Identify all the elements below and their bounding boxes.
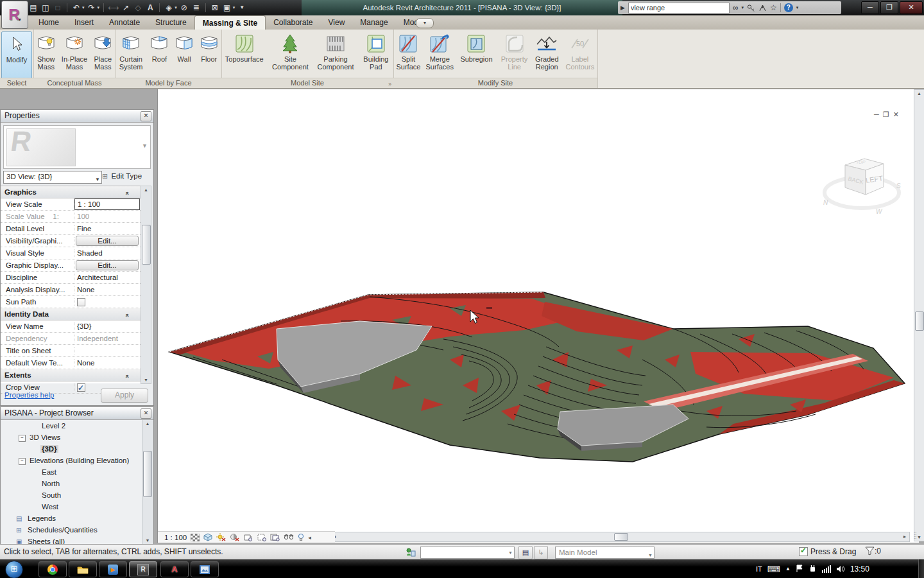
vertical-scrollbar[interactable]: ▲ ▼	[914, 89, 924, 541]
tree-item-level2[interactable]: Level 2	[1, 420, 142, 432]
view-scale-label[interactable]: 1 : 100	[164, 534, 187, 541]
minimize-button[interactable]: ─	[861, 1, 879, 14]
mdi-restore-button[interactable]: ❐	[883, 110, 889, 119]
open-icon[interactable]: ▤	[28, 1, 38, 15]
tree-item-legends[interactable]: ▤Legends	[1, 512, 142, 524]
start-button[interactable]: ⊞	[5, 561, 23, 578]
tray-expand-icon[interactable]: ▲	[785, 566, 791, 572]
property-row[interactable]: Detail LevelFine	[1, 223, 141, 235]
tree-item-schedules[interactable]: ⊞Schedules/Quantities	[1, 524, 142, 536]
tree-item-west[interactable]: West	[1, 501, 142, 512]
reveal-hidden-collapse-icon[interactable]: ◂	[308, 534, 311, 541]
toposurface-button[interactable]: Toposurface	[221, 31, 268, 78]
modify-button[interactable]: Modify	[1, 31, 32, 79]
subregion-button[interactable]: Subregion	[456, 31, 497, 78]
close-button[interactable]: ✕	[900, 1, 923, 14]
help-dropdown-icon[interactable]: ▾	[796, 5, 799, 10]
panel-expander-icon[interactable]: »	[388, 81, 391, 87]
graded-region-button[interactable]: Graded Region	[532, 31, 562, 78]
type-selector-dropdown-icon[interactable]: ▼	[142, 143, 148, 149]
horizontal-scrollbar[interactable]: ◄ ►	[329, 532, 910, 542]
taskbar-autocad-button[interactable]: A	[160, 561, 189, 577]
ribbon-state-toggle[interactable]: ▾	[416, 18, 434, 28]
keyboard-icon[interactable]: ⌨	[767, 564, 780, 574]
browser-scrollbar[interactable]: ▲ ▼	[142, 420, 153, 544]
visibility-edit-button[interactable]: Edit...	[76, 236, 139, 246]
vertical-scroll-thumb[interactable]	[915, 311, 924, 331]
tree-item-3d-views[interactable]: −3D Views	[1, 432, 142, 443]
communication-center-icon[interactable]	[758, 4, 767, 12]
floor-button[interactable]: Floor	[196, 31, 221, 78]
default-3d-view-icon[interactable]: ◈	[164, 1, 174, 15]
taskbar-revit-button[interactable]: R	[129, 561, 157, 577]
collapse-icon[interactable]: −	[19, 458, 26, 465]
tree-item-sheets[interactable]: ▣Sheets (all)	[1, 536, 142, 545]
property-row[interactable]: Visual StyleShaded	[1, 247, 141, 259]
horizontal-scroll-thumb[interactable]	[614, 533, 628, 541]
visual-style-icon[interactable]	[203, 533, 212, 541]
wall-button[interactable]: Wall	[173, 31, 196, 78]
in-place-mass-button[interactable]: In-Place Mass	[60, 31, 90, 78]
property-row[interactable]: Sun Path	[1, 296, 141, 308]
split-surface-button[interactable]: Split Surface	[393, 31, 424, 78]
action-center-flag-icon[interactable]	[796, 565, 803, 573]
help-icon[interactable]: ?	[784, 3, 793, 12]
property-row[interactable]: Default View Te...None	[1, 357, 141, 369]
taskbar-chrome-button[interactable]	[38, 561, 67, 577]
place-mass-button[interactable]: Place Mass	[90, 31, 116, 78]
tab-home[interactable]: Home	[31, 15, 67, 30]
property-row[interactable]: DisciplineArchitectural	[1, 272, 141, 284]
search-input[interactable]	[628, 3, 730, 13]
tree-item-south[interactable]: South	[1, 489, 142, 501]
thin-lines-icon[interactable]: ≣	[191, 1, 201, 15]
worksets-combo[interactable]: ▼	[420, 547, 515, 559]
tab-massing-site[interactable]: Massing & Site	[194, 15, 266, 30]
show-desktop-button[interactable]	[918, 559, 924, 578]
section-identity-data[interactable]: Identity Data«	[1, 308, 141, 320]
taskbar-mediaplayer-button[interactable]: ▶	[99, 561, 127, 577]
text-icon[interactable]: A	[145, 1, 155, 15]
network-signal-icon[interactable]	[822, 565, 831, 573]
graphic-display-edit-button[interactable]: Edit...	[76, 260, 139, 270]
tab-annotate[interactable]: Annotate	[101, 15, 148, 30]
collapse-icon[interactable]: −	[19, 435, 26, 442]
volume-icon[interactable]	[836, 565, 845, 573]
view-scale-input[interactable]: 1 : 100	[74, 198, 140, 210]
filter-icon[interactable]	[865, 547, 875, 556]
tab-collaborate[interactable]: Collaborate	[266, 15, 320, 30]
show-crop-region-icon[interactable]	[257, 533, 266, 541]
section-graphics[interactable]: Graphics«	[1, 186, 141, 198]
taskbar-viewer-button[interactable]	[191, 561, 219, 577]
roof-button[interactable]: Roof	[147, 31, 172, 78]
restore-button[interactable]: ❐	[880, 1, 898, 14]
property-row[interactable]: Title on Sheet	[1, 345, 141, 357]
favorites-star-icon[interactable]: ☆	[770, 3, 777, 12]
power-plug-icon[interactable]	[809, 565, 817, 573]
properties-scrollbar[interactable]: ▲ ▼	[141, 186, 151, 384]
tree-item-3d[interactable]: {3D}	[1, 443, 142, 455]
section-extents[interactable]: Extents«	[1, 369, 141, 381]
temporary-hide-isolate-icon[interactable]	[298, 533, 304, 541]
save-icon[interactable]: ◫	[40, 1, 51, 15]
merge-surfaces-button[interactable]: Merge Surfaces	[424, 31, 456, 78]
type-selector[interactable]: R ▼	[3, 125, 151, 169]
taskbar-explorer-button[interactable]	[69, 561, 97, 577]
search-binoculars-icon[interactable]: ∞	[733, 3, 739, 12]
application-menu-button[interactable]: R▾	[1, 1, 28, 29]
browser-close-icon[interactable]: ✕	[141, 408, 151, 419]
search-dropdown-icon[interactable]: ▾	[741, 5, 744, 10]
mdi-close-button[interactable]: ✕	[893, 110, 899, 119]
collapse-arrow-icon[interactable]: ▶	[620, 4, 625, 11]
site-component-button[interactable]: Site Component	[268, 31, 313, 78]
close-hidden-windows-icon[interactable]: ⊠	[210, 1, 220, 15]
property-row[interactable]: View Scale1 : 100	[1, 198, 141, 211]
tab-manage[interactable]: Manage	[352, 15, 395, 30]
press-drag-checkbox[interactable]	[799, 547, 808, 556]
crop-region-visible-icon[interactable]	[270, 533, 280, 541]
switch-windows-icon[interactable]: ▣	[222, 1, 232, 15]
property-row[interactable]: Graphic Display...Edit...	[1, 259, 141, 272]
scroll-right-icon[interactable]: ►	[902, 534, 907, 539]
curtain-system-button[interactable]: Curtain System	[116, 31, 146, 78]
redo-icon[interactable]: ↷	[87, 1, 97, 15]
properties-close-icon[interactable]: ✕	[141, 111, 151, 121]
